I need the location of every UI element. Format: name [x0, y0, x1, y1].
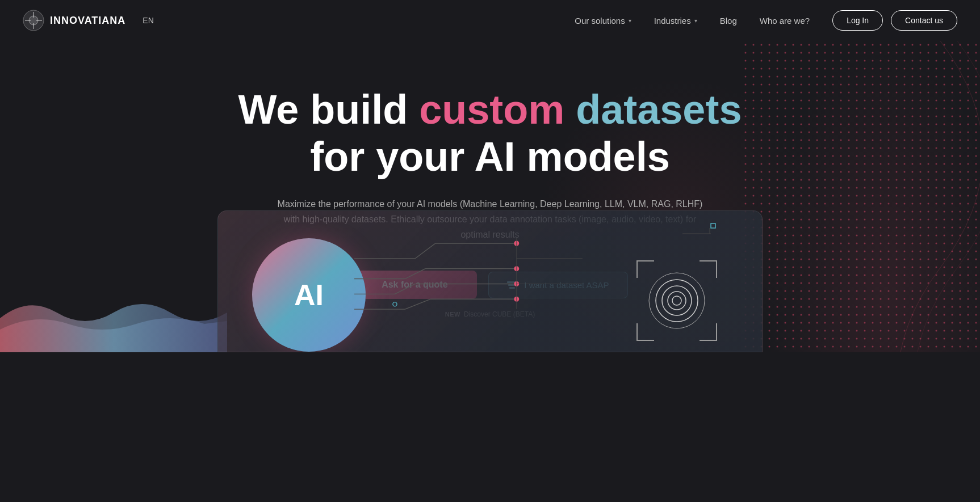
chevron-down-icon: ▾	[694, 18, 697, 24]
svg-point-25	[393, 302, 397, 306]
nav-industries[interactable]: Industries ▾	[654, 16, 697, 26]
svg-point-31	[662, 286, 692, 315]
svg-line-10	[415, 243, 435, 259]
fingerprint-area	[626, 250, 728, 352]
login-button[interactable]: Log In	[832, 10, 883, 31]
language-selector[interactable]: EN	[143, 16, 153, 25]
svg-rect-34	[711, 223, 715, 228]
nav-actions: Log In Contact us	[832, 10, 957, 31]
chevron-down-icon: ▾	[629, 18, 631, 24]
nav-about[interactable]: Who are we?	[760, 16, 810, 26]
nav-links: Our solutions ▾ Industries ▾ Blog Who ar…	[575, 16, 810, 26]
title-datasets: datasets	[564, 87, 742, 132]
ai-circle: AI	[252, 238, 366, 352]
logo-icon	[23, 10, 44, 31]
hero-illustration: AI	[217, 210, 763, 352]
svg-point-30	[668, 292, 686, 310]
contact-button[interactable]: Contact us	[891, 10, 957, 31]
svg-line-18	[395, 284, 415, 294]
svg-line-22	[405, 299, 430, 309]
svg-point-29	[672, 296, 681, 305]
logo[interactable]: INNOVATIANA	[23, 10, 125, 31]
svg-rect-7	[742, 41, 980, 352]
circuit-area	[354, 211, 648, 352]
title-prefix: We build	[238, 87, 420, 132]
svg-line-14	[405, 269, 425, 279]
svg-rect-8	[742, 41, 980, 352]
illustration-card: AI	[217, 210, 763, 352]
svg-point-33	[649, 273, 705, 328]
hero-title: We build custom datasets for your AI mod…	[238, 86, 742, 180]
title-custom: custom	[419, 87, 564, 132]
hero-section: We build custom datasets for your AI mod…	[0, 41, 980, 352]
title-line2: for your AI models	[310, 134, 669, 179]
dot-pattern-decoration	[742, 41, 980, 352]
navbar: INNOVATIANA EN Our solutions ▾ Industrie…	[0, 0, 980, 41]
nav-blog[interactable]: Blog	[720, 16, 737, 26]
nav-solutions[interactable]: Our solutions ▾	[575, 16, 631, 26]
brand-name: INNOVATIANA	[50, 15, 125, 27]
